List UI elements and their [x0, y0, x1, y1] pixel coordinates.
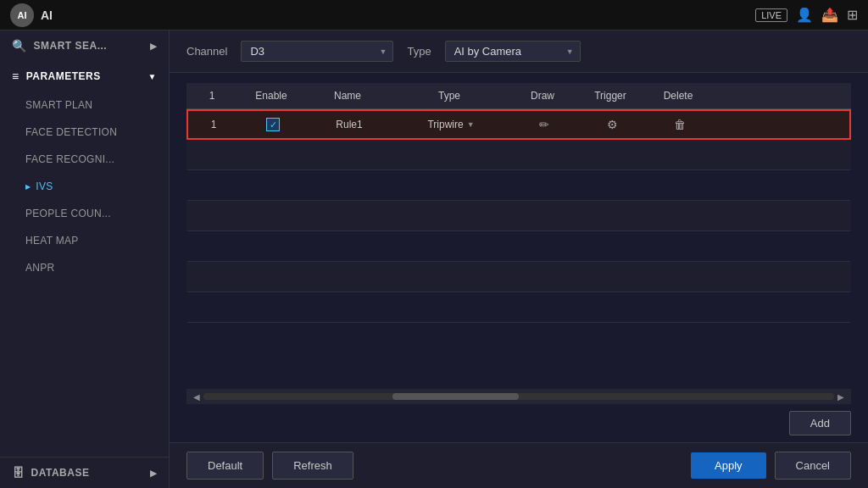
sidebar-section-database[interactable]: 🗄 DATABASE ▶ [0, 457, 169, 488]
cell-trigger[interactable]: ⚙ [578, 113, 646, 136]
cell-draw[interactable]: ✏ [510, 113, 578, 136]
live-badge: LIVE [755, 8, 787, 22]
sidebar-item-label-heat-map: HEAT MAP [25, 235, 79, 247]
footer: Default Refresh Apply Cancel [170, 442, 868, 488]
col-header-delete: Delete [644, 83, 712, 108]
type-dropdown[interactable]: AI by Camera [445, 41, 581, 62]
col-header-num: 1 [186, 83, 237, 108]
col-header-trigger: Trigger [576, 83, 644, 108]
table-row-empty-2 [186, 140, 851, 170]
table-header: 1 Enable Name Type Draw Trigger Delete [186, 83, 851, 109]
scroll-left-icon[interactable]: ◀ [190, 392, 203, 402]
gear-icon[interactable]: ⚙ [607, 118, 618, 131]
trash-icon[interactable]: 🗑 [674, 118, 686, 131]
type-value: Tripwire [427, 119, 463, 130]
database-icon: 🗄 [12, 466, 25, 480]
sidebar-item-label-face-detection: FACE DETECTION [25, 126, 117, 138]
search-icon: 🔍 [12, 39, 27, 53]
chevron-down-icon-type[interactable]: ▼ [467, 120, 475, 129]
app-title: AI [41, 8, 748, 22]
user-icon[interactable]: 👤 [796, 7, 813, 23]
add-row: Add [186, 404, 851, 442]
cell-enable[interactable]: ✓ [239, 113, 307, 136]
cell-type[interactable]: Tripwire ▼ [392, 114, 510, 136]
topbar-right: LIVE 👤 📤 ⊞ [755, 7, 858, 23]
export-icon[interactable]: 📤 [821, 7, 838, 23]
content-area: Channel D3 Type AI by Camera 1 Enable Na… [170, 30, 868, 488]
list-icon: ≡ [12, 69, 19, 83]
sidebar-item-people-count[interactable]: PEOPLE COUN... [0, 200, 169, 227]
cell-num: 1 [188, 114, 239, 136]
channel-label: Channel [186, 45, 227, 58]
scroll-track[interactable] [203, 393, 834, 400]
cell-name: Rule1 [307, 114, 392, 136]
sidebar-label-parameters: PARAMETERS [26, 70, 101, 82]
chevron-down-icon: ▼ [148, 72, 157, 81]
sidebar-item-smart-plan[interactable]: SMART PLAN [0, 92, 169, 119]
table-body: 1 ✓ Rule1 Tripwire ▼ ✏ ⚙ [186, 109, 851, 389]
table-wrapper: 1 Enable Name Type Draw Trigger Delete 1… [170, 73, 868, 442]
app-logo: AI [10, 3, 34, 27]
table-row-empty-5 [186, 231, 851, 262]
cancel-button[interactable]: Cancel [775, 452, 851, 480]
sidebar-item-label-ivs: IVS [36, 180, 53, 192]
scroll-thumb[interactable] [392, 393, 519, 400]
col-header-name: Name [305, 83, 390, 108]
chevron-right-icon: ▶ [150, 42, 158, 51]
type-dropdown-wrapper: AI by Camera [445, 41, 581, 62]
sidebar-item-face-recogni[interactable]: FACE RECOGNI... [0, 146, 169, 173]
horizontal-scrollbar[interactable]: ◀ ▶ [186, 389, 851, 404]
type-label: Type [407, 45, 431, 58]
cell-delete[interactable]: 🗑 [646, 113, 714, 136]
channel-dropdown[interactable]: D3 [241, 41, 393, 62]
pencil-icon[interactable]: ✏ [539, 118, 549, 131]
sidebar: 🔍 SMART SEA... ▶ ≡ PARAMETERS ▼ SMART PL… [0, 30, 170, 488]
sidebar-item-label-anpr: ANPR [25, 262, 55, 274]
topbar: AI AI LIVE 👤 📤 ⊞ [0, 0, 868, 30]
sidebar-item-anpr[interactable]: ANPR [0, 254, 169, 281]
sidebar-item-ivs[interactable]: IVS [0, 173, 169, 200]
refresh-button[interactable]: Refresh [272, 452, 353, 480]
sidebar-item-label-smart-plan: SMART PLAN [25, 99, 92, 111]
col-header-type: Type [390, 83, 509, 108]
content-header: Channel D3 Type AI by Camera [170, 30, 868, 73]
scroll-right-icon[interactable]: ▶ [834, 392, 848, 402]
apply-button[interactable]: Apply [691, 452, 766, 479]
sidebar-item-label-people-count: PEOPLE COUN... [25, 208, 111, 219]
main-layout: 🔍 SMART SEA... ▶ ≡ PARAMETERS ▼ SMART PL… [0, 30, 868, 488]
table-row-empty-7 [186, 292, 851, 323]
chevron-right-icon-db: ▶ [150, 469, 158, 478]
sidebar-label-database: DATABASE [31, 467, 90, 479]
table-row[interactable]: 1 ✓ Rule1 Tripwire ▼ ✏ ⚙ [186, 109, 851, 140]
add-button[interactable]: Add [789, 411, 851, 435]
channel-dropdown-wrapper: D3 [241, 41, 393, 62]
checkbox-enable[interactable]: ✓ [266, 118, 280, 131]
sidebar-section-smart-search[interactable]: 🔍 SMART SEA... ▶ [0, 30, 169, 61]
sidebar-item-label-face-recogni: FACE RECOGNI... [25, 153, 114, 165]
table-row-empty-4 [186, 201, 851, 231]
table-row-empty-3 [186, 170, 851, 201]
sidebar-item-face-detection[interactable]: FACE DETECTION [0, 119, 169, 146]
sidebar-item-heat-map[interactable]: HEAT MAP [0, 227, 169, 254]
sidebar-label-smart-search: SMART SEA... [34, 40, 108, 52]
col-header-enable: Enable [237, 83, 305, 108]
sidebar-section-parameters[interactable]: ≡ PARAMETERS ▼ [0, 61, 169, 92]
col-header-draw: Draw [509, 83, 576, 108]
grid-icon[interactable]: ⊞ [847, 7, 858, 23]
table-row-empty-6 [186, 262, 851, 292]
default-button[interactable]: Default [186, 452, 264, 480]
